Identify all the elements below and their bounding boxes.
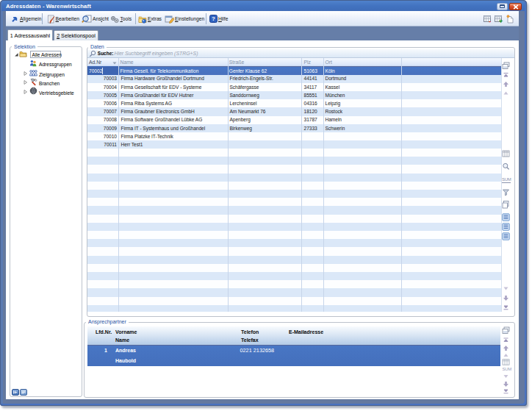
svg-text:?: ? <box>212 15 215 22</box>
svg-text:+: + <box>499 18 503 24</box>
svg-text:-: - <box>489 18 491 24</box>
